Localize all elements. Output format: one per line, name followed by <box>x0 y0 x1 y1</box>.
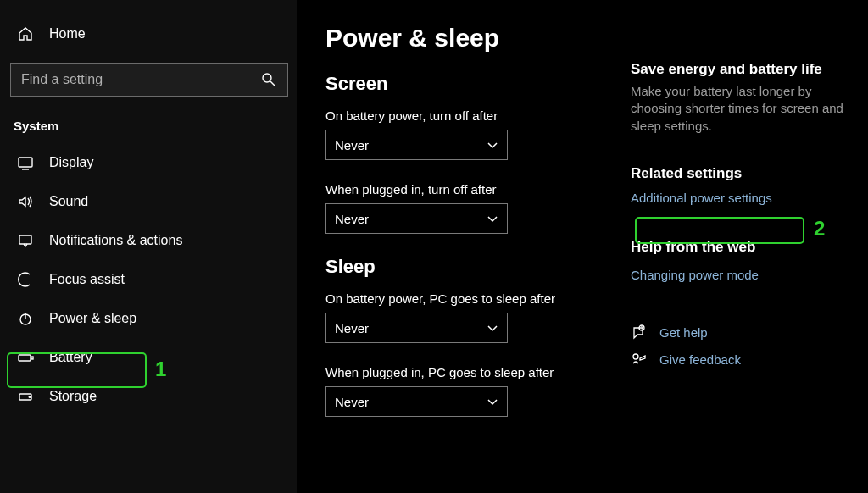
search-icon <box>260 71 277 88</box>
sidebar-item-label: Battery <box>49 350 92 365</box>
help-icon: ? <box>631 324 648 341</box>
section-screen-heading: Screen <box>326 73 631 95</box>
sidebar-item-focus-assist[interactable]: Focus assist <box>10 262 288 297</box>
energy-heading: Save energy and battery life <box>631 61 851 78</box>
sidebar-item-battery[interactable]: Battery <box>10 340 288 375</box>
sidebar-item-sound[interactable]: Sound <box>10 184 288 219</box>
get-help-link[interactable]: Get help <box>659 325 708 340</box>
sleep-plugged-dropdown[interactable]: Never <box>326 386 508 417</box>
sidebar-item-storage[interactable]: Storage <box>10 379 288 414</box>
sound-icon <box>17 193 34 210</box>
additional-power-settings-link[interactable]: Additional power settings <box>631 191 851 205</box>
sidebar-item-label: Notifications & actions <box>49 233 182 248</box>
focus-assist-icon <box>17 271 34 288</box>
sidebar-item-label: Storage <box>49 389 97 404</box>
sleep-battery-label: On battery power, PC goes to sleep after <box>326 291 631 306</box>
svg-point-10 <box>29 396 31 398</box>
give-feedback-link[interactable]: Give feedback <box>659 352 741 367</box>
section-label-system: System <box>10 114 288 141</box>
home-icon <box>17 25 34 42</box>
display-icon <box>17 154 34 171</box>
search-input[interactable] <box>21 72 260 87</box>
svg-rect-7 <box>19 355 31 361</box>
home-label: Home <box>49 26 86 42</box>
dropdown-value: Never <box>335 212 369 226</box>
dropdown-value: Never <box>335 321 369 335</box>
svg-point-13 <box>633 354 638 359</box>
feedback-row[interactable]: Give feedback <box>631 352 851 368</box>
screen-battery-label: On battery power, turn off after <box>326 108 631 123</box>
section-sleep-heading: Sleep <box>326 256 631 278</box>
chevron-down-icon <box>487 139 498 151</box>
feedback-icon <box>631 352 648 368</box>
svg-rect-4 <box>19 235 31 244</box>
changing-power-mode-link[interactable]: Changing power mode <box>631 268 851 282</box>
help-from-web-heading: Help from the web <box>631 239 851 256</box>
svg-rect-2 <box>19 158 32 167</box>
svg-line-1 <box>270 81 275 86</box>
energy-text: Make your battery last longer by choosin… <box>631 83 851 135</box>
related-settings-heading: Related settings <box>631 165 851 182</box>
sidebar-item-label: Display <box>49 155 93 170</box>
sidebar-item-notifications[interactable]: Notifications & actions <box>10 223 288 258</box>
sidebar-item-power-sleep[interactable]: Power & sleep <box>10 301 288 336</box>
search-input-wrapper[interactable] <box>10 63 288 97</box>
notifications-icon <box>17 232 34 249</box>
main-content: Power & sleep Screen On battery power, t… <box>297 0 868 493</box>
dropdown-value: Never <box>335 395 369 409</box>
get-help-row[interactable]: ? Get help <box>631 324 851 341</box>
chevron-down-icon <box>487 396 498 407</box>
sidebar-item-display[interactable]: Display <box>10 145 288 180</box>
sidebar-item-label: Power & sleep <box>49 311 136 326</box>
svg-point-0 <box>263 74 271 82</box>
chevron-down-icon <box>487 322 498 334</box>
sleep-plugged-label: When plugged in, PC goes to sleep after <box>326 365 631 379</box>
sleep-battery-dropdown[interactable]: Never <box>326 313 508 343</box>
chevron-down-icon <box>487 213 498 224</box>
screen-battery-dropdown[interactable]: Never <box>326 130 508 160</box>
sidebar-item-label: Sound <box>49 194 88 209</box>
power-icon <box>17 310 34 327</box>
storage-icon <box>17 388 34 405</box>
screen-plugged-label: When plugged in, turn off after <box>326 182 631 197</box>
page-title: Power & sleep <box>326 24 631 53</box>
battery-icon <box>17 349 34 366</box>
svg-rect-8 <box>31 357 33 359</box>
svg-text:?: ? <box>641 325 643 330</box>
sidebar-item-label: Focus assist <box>49 272 125 287</box>
screen-plugged-dropdown[interactable]: Never <box>326 203 508 234</box>
dropdown-value: Never <box>335 138 369 152</box>
sidebar: Home System Display Sound Notifications … <box>0 0 297 493</box>
home-button[interactable]: Home <box>10 17 288 51</box>
